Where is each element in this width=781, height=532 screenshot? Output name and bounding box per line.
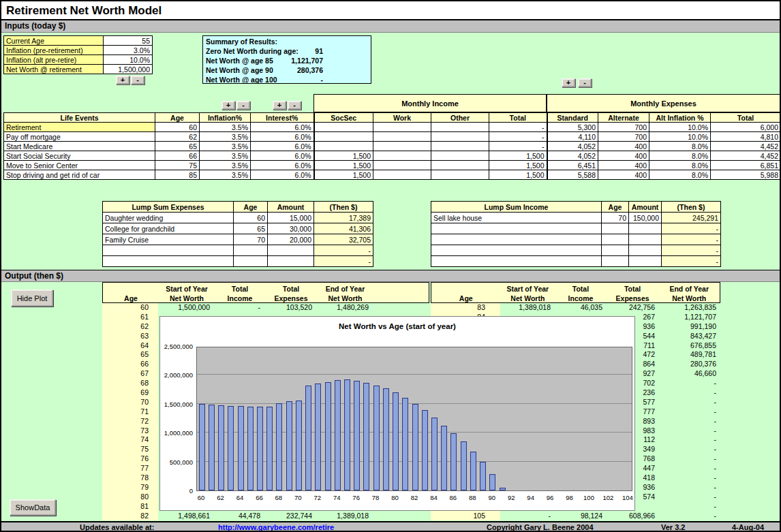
life-event-value[interactable]: 1,500: [489, 161, 547, 170]
amount-cell[interactable]: -: [662, 223, 721, 234]
lump-income-name[interactable]: [431, 234, 602, 245]
life-event-value[interactable]: [373, 161, 431, 170]
life-event-value[interactable]: 3.5%: [200, 142, 251, 151]
amount-cell[interactable]: -: [314, 245, 373, 256]
life-event-value[interactable]: 5,588: [547, 170, 598, 180]
life-event-value[interactable]: 6.0%: [251, 151, 314, 161]
amount-cell[interactable]: [234, 245, 268, 256]
life-event-value[interactable]: 1,500: [489, 170, 547, 180]
amount-cell[interactable]: 245,291: [662, 213, 721, 223]
amount-cell[interactable]: [602, 234, 629, 245]
life-event-value[interactable]: 3.5%: [200, 170, 251, 180]
amount-cell[interactable]: -: [314, 256, 373, 267]
life-event-value[interactable]: [431, 132, 489, 142]
life-event-value[interactable]: 75: [155, 161, 200, 170]
amount-cell[interactable]: 30,000: [268, 223, 314, 234]
interest-collapse-button[interactable]: -: [288, 101, 301, 110]
life-event-value[interactable]: 85: [155, 170, 200, 180]
life-event-value[interactable]: 4,452: [711, 151, 781, 161]
lump-expense-name[interactable]: Family Cruise: [103, 234, 234, 245]
life-event-value[interactable]: 8.0%: [649, 161, 711, 170]
life-event-value[interactable]: 4,052: [547, 142, 598, 151]
show-data-button[interactable]: ShowData: [10, 499, 56, 516]
hide-plot-button[interactable]: Hide Plot: [11, 290, 53, 307]
life-event-value[interactable]: -: [489, 142, 547, 151]
life-event-value[interactable]: 3.5%: [200, 123, 251, 132]
lump-expense-name[interactable]: College for grandchild: [103, 223, 234, 234]
updates-link[interactable]: http://www.garybeene.com/retire: [218, 523, 334, 531]
life-event-value[interactable]: [373, 132, 431, 142]
amount-cell[interactable]: 15,000: [268, 213, 314, 223]
life-event-value[interactable]: 6,851: [711, 161, 781, 170]
life-event-value[interactable]: [373, 151, 431, 161]
life-event-value[interactable]: 8.0%: [649, 142, 711, 151]
amount-cell[interactable]: [268, 256, 314, 267]
inflation-expand-button[interactable]: +: [221, 101, 235, 110]
life-event-name[interactable]: Start Social Security: [4, 151, 155, 161]
input-value[interactable]: 3.0%: [104, 46, 153, 55]
life-event-value[interactable]: 5,988: [711, 170, 781, 180]
amount-cell[interactable]: 32,705: [314, 234, 373, 245]
life-event-value[interactable]: 6.0%: [251, 132, 314, 142]
life-event-value[interactable]: [314, 132, 373, 142]
lump-expense-name[interactable]: Daughter wedding: [103, 213, 234, 223]
life-event-value[interactable]: 6.0%: [251, 142, 314, 151]
amount-cell[interactable]: [629, 223, 662, 234]
amount-cell[interactable]: [234, 256, 268, 267]
life-event-value[interactable]: 400: [598, 151, 649, 161]
amount-cell[interactable]: 60: [234, 213, 268, 223]
life-event-value[interactable]: 1,500: [314, 170, 373, 180]
lump-expense-name[interactable]: [103, 256, 234, 267]
life-event-name[interactable]: Move to Senior Center: [4, 161, 155, 170]
life-event-value[interactable]: 4,452: [711, 142, 781, 151]
life-event-value[interactable]: 4,052: [547, 151, 598, 161]
life-event-value[interactable]: [314, 142, 373, 151]
life-event-value[interactable]: [373, 170, 431, 180]
life-event-value[interactable]: 8.0%: [649, 151, 711, 161]
life-event-value[interactable]: [431, 142, 489, 151]
inputs-collapse-button[interactable]: -: [131, 76, 144, 84]
life-event-value[interactable]: 62: [155, 132, 200, 142]
life-event-value[interactable]: 65: [155, 142, 200, 151]
life-event-value[interactable]: [373, 142, 431, 151]
life-event-value[interactable]: [431, 170, 489, 180]
amount-cell[interactable]: 41,306: [314, 223, 373, 234]
life-event-value[interactable]: 8.0%: [649, 170, 711, 180]
life-event-value[interactable]: 6.0%: [251, 161, 314, 170]
life-event-value[interactable]: 400: [598, 170, 649, 180]
life-event-value[interactable]: [314, 123, 373, 132]
life-event-value[interactable]: 400: [598, 142, 649, 151]
lump-income-name[interactable]: [431, 256, 602, 267]
lump-income-name[interactable]: [431, 223, 602, 234]
life-event-value[interactable]: 5,300: [547, 123, 598, 132]
amount-cell[interactable]: 70: [602, 213, 629, 223]
life-event-value[interactable]: 66: [155, 151, 200, 161]
life-event-value[interactable]: 700: [598, 123, 649, 132]
life-event-value[interactable]: [431, 161, 489, 170]
amount-cell[interactable]: [602, 223, 629, 234]
life-event-value[interactable]: [431, 123, 489, 132]
amount-cell[interactable]: [629, 256, 662, 267]
life-event-value[interactable]: 1,500: [314, 151, 373, 161]
amount-cell[interactable]: -: [662, 234, 721, 245]
life-event-value[interactable]: 6,000: [711, 123, 781, 132]
amount-cell[interactable]: 20,000: [268, 234, 314, 245]
life-event-name[interactable]: Start Medicare: [4, 142, 155, 151]
amount-cell[interactable]: [629, 245, 662, 256]
interest-expand-button[interactable]: +: [273, 101, 286, 110]
networth-chart[interactable]: Net Worth vs Age (start of year) 0500,00…: [159, 316, 635, 511]
life-event-name[interactable]: Stop driving and get rid of car: [4, 170, 155, 180]
life-event-value[interactable]: [431, 151, 489, 161]
amount-cell[interactable]: 70: [234, 234, 268, 245]
amount-cell[interactable]: [629, 234, 662, 245]
expenses-group-collapse-button[interactable]: -: [578, 78, 592, 87]
amount-cell[interactable]: 65: [234, 223, 268, 234]
amount-cell[interactable]: -: [662, 256, 721, 267]
input-value[interactable]: 55: [104, 36, 153, 46]
life-event-name[interactable]: Pay off mortgage: [4, 132, 155, 142]
life-event-value[interactable]: 700: [598, 132, 649, 142]
input-value[interactable]: 10.0%: [104, 55, 153, 65]
life-event-value[interactable]: 6.0%: [251, 123, 314, 132]
amount-cell[interactable]: 17,389: [314, 213, 373, 223]
life-event-name[interactable]: Retirement: [4, 123, 155, 132]
